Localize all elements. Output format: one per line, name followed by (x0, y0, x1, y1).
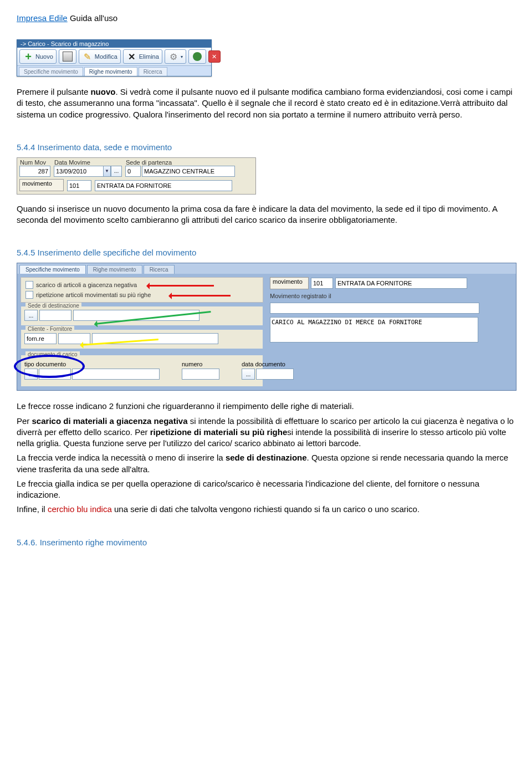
settings-button[interactable]: ⚙ ▾ (165, 49, 186, 64)
tab-righe-2[interactable]: Righe movimento (87, 265, 142, 274)
sede-dest-group-title: Sede di destinazione (25, 303, 81, 309)
red-arrow-1 (147, 285, 214, 287)
gear-icon: ⚙ (168, 51, 179, 62)
tab-ricerca-2[interactable]: Ricerca (144, 265, 175, 274)
paragraph-3a: Le frecce rosse indicano 2 funzioni che … (17, 401, 515, 412)
doc-header: Impresa Edile Guida all'uso (17, 13, 515, 23)
movimento-label: movimento (19, 179, 64, 191)
paragraph-4: La freccia verde indica la necessità o m… (17, 452, 515, 475)
tab-ricerca[interactable]: Ricerca (139, 67, 167, 76)
sede-dest-code-input[interactable] (39, 310, 71, 321)
doc-header-rest: Guida all'uso (68, 13, 117, 23)
date-picker-button[interactable]: ... (111, 166, 122, 177)
num-mov-label: Num Mov (19, 159, 50, 166)
right-mov-desc-input[interactable] (335, 278, 467, 289)
clifor-group-title: Cliente - Fornitore (25, 326, 74, 332)
close-button[interactable]: ✕ (208, 50, 221, 63)
sede-code-input[interactable] (125, 166, 141, 177)
tab-specifiche[interactable]: Specifiche movimento (19, 67, 83, 76)
data-mov-input[interactable] (54, 166, 104, 177)
blue-circle (14, 355, 85, 378)
delete-icon: ✕ (126, 51, 137, 62)
datadoc-input[interactable] (256, 369, 294, 380)
heading-545: 5.4.5 Inserimento delle specifiche del m… (17, 248, 515, 257)
modifica-label: Modifica (95, 53, 117, 60)
paragraph-1: Premere il pulsante nuovo. Si vedrà come… (17, 86, 515, 120)
paragraph-3b: Per scarico di materiali a giacenza nega… (17, 416, 515, 449)
data-mov-label: Data Movime (54, 159, 122, 166)
modifica-button[interactable]: ✎ Modifica (79, 49, 121, 64)
clifor-type-input[interactable] (24, 333, 57, 344)
red-arrow-2 (170, 295, 231, 297)
movimento-desc-input[interactable] (95, 180, 232, 191)
toolbar-tabs: Specifiche movimento Righe movimento Ric… (17, 66, 211, 76)
paragraph-6: Infine, il cerchio blu indica una serie … (17, 504, 515, 515)
paragraph-2: Quando si inserisce un nuovo documento l… (17, 203, 515, 226)
toolbar-window: -> Carico - Scarico di magazzino + Nuovo… (17, 39, 212, 76)
date-dropdown-icon[interactable]: ▼ (104, 166, 111, 177)
pencil-icon: ✎ (82, 51, 93, 62)
numero-input[interactable] (182, 369, 219, 380)
right-note-textarea[interactable] (270, 317, 478, 343)
numero-label: numero (182, 361, 219, 367)
nuovo-label: Nuovo (35, 53, 53, 60)
movimento-code-input[interactable] (67, 180, 91, 191)
toolbar-title: -> Carico - Scarico di magazzino (17, 40, 211, 48)
header-fields-panel: Num Mov Data Movime ▼ ... Sede di parten… (17, 157, 256, 195)
right-reg-label: Movimento registrato il (270, 293, 331, 299)
sede-dest-lookup-button[interactable]: ... (24, 310, 38, 321)
specifiche-panel: Specifiche movimento Righe movimento Ric… (17, 263, 516, 391)
num-mov-input[interactable] (19, 166, 50, 177)
clifor-code-input[interactable] (58, 333, 90, 344)
doc-header-link[interactable]: Impresa Edile (17, 13, 68, 23)
check-ripetizione-label: ripetizione articoli movimentati su più … (36, 292, 151, 298)
tipodoc-desc-input[interactable] (72, 369, 160, 380)
save-button[interactable] (59, 49, 76, 64)
datadoc-picker-button[interactable]: ... (242, 369, 255, 380)
check-giacenza-negativa[interactable] (25, 281, 33, 289)
heading-544: 5.4.4 Inserimento data, sede e movimento (17, 142, 515, 152)
heading-546: 5.4.6. Inserimento righe movimento (17, 538, 515, 547)
elimina-button[interactable]: ✕ Elimina (123, 49, 162, 64)
tab-righe[interactable]: Righe movimento (84, 67, 137, 76)
sede-label: Sede di partenza (125, 159, 235, 166)
paragraph-5: Le freccia gialla indica se per quella o… (17, 478, 515, 501)
save-icon (62, 51, 73, 62)
nuovo-button[interactable]: + Nuovo (19, 49, 57, 64)
misc-button[interactable] (188, 49, 206, 64)
right-mov-code-input[interactable] (311, 278, 333, 289)
sede-desc-input[interactable] (142, 166, 235, 177)
datadoc-label: data documento (242, 361, 294, 367)
grapes-icon (192, 51, 203, 62)
right-mov-label: movimento (270, 277, 309, 289)
tab-specifiche-2[interactable]: Specifiche movimento (19, 265, 86, 274)
right-reg-input[interactable] (270, 303, 479, 314)
plus-icon: + (23, 51, 34, 62)
close-icon: ✕ (208, 50, 221, 63)
check-giacenza-label: scarico di articoli a giacenza negativa (36, 282, 137, 288)
toolbar-buttons-row: + Nuovo ✎ Modifica ✕ Elimina ⚙ ▾ ✕ (17, 48, 211, 66)
elimina-label: Elimina (139, 53, 159, 60)
check-ripetizione[interactable] (25, 291, 33, 299)
